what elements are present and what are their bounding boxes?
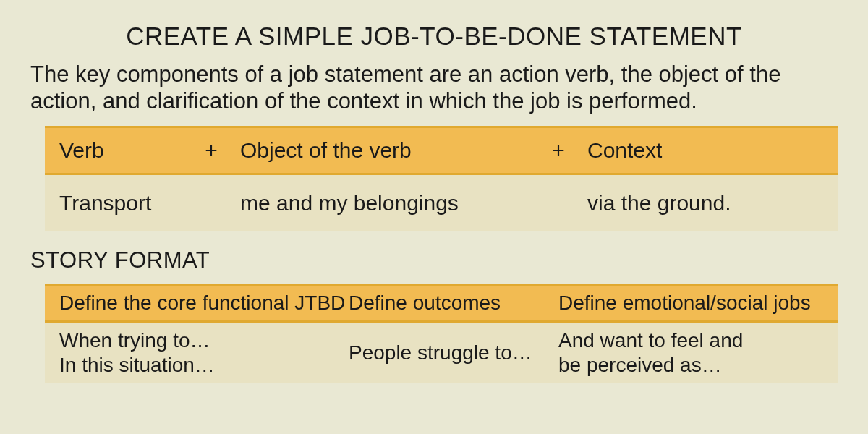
header-context: Context — [587, 138, 823, 163]
table-row: Transport me and my belongings via the g… — [45, 175, 838, 231]
page-title: CREATE A SIMPLE JOB-TO-BE-DONE STATEMENT — [30, 22, 838, 51]
cell-context: via the ground. — [587, 191, 823, 216]
table-row: When trying to… In this situation… Peopl… — [45, 323, 838, 383]
job-statement-table: Verb + Object of the verb + Context Tran… — [45, 126, 838, 231]
plus-icon: + — [529, 138, 587, 163]
header-core-jtbd: Define the core functional JTBD — [59, 292, 349, 315]
header-verb: Verb — [59, 138, 182, 163]
table-row: Verb + Object of the verb + Context — [45, 126, 838, 175]
table-row: Define the core functional JTBD Define o… — [45, 284, 838, 323]
story-format-table: Define the core functional JTBD Define o… — [45, 284, 838, 383]
header-emotional-social: Define emotional/social jobs — [558, 292, 823, 315]
lead-paragraph: The key components of a job statement ar… — [30, 61, 838, 114]
cell-verb: Transport — [59, 191, 182, 216]
cell-object: me and my belongings — [240, 191, 529, 216]
cell-core-jtbd: When trying to… In this situation… — [59, 328, 349, 377]
plus-icon: + — [182, 138, 240, 163]
header-object: Object of the verb — [240, 138, 529, 163]
header-outcomes: Define outcomes — [349, 292, 558, 315]
section-title-story-format: STORY FORMAT — [30, 247, 838, 273]
cell-outcomes: People struggle to… — [349, 341, 558, 365]
cell-emotional-social: And want to feel and be perceived as… — [558, 328, 823, 377]
